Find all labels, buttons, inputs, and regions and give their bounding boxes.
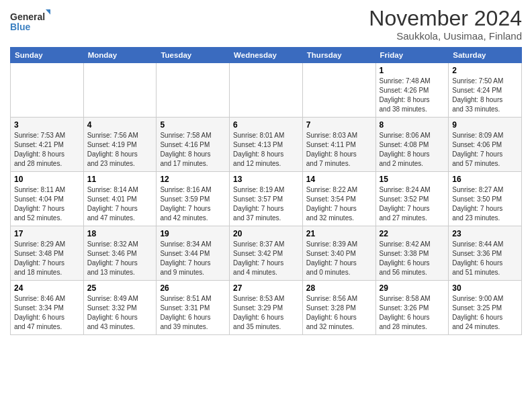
day-number: 20 — [233, 229, 299, 238]
calendar-cell: 19Sunrise: 8:34 AM Sunset: 3:44 PM Dayli… — [157, 226, 230, 281]
day-info: Sunrise: 8:51 AM Sunset: 3:31 PM Dayligh… — [160, 294, 226, 332]
day-info: Sunrise: 8:39 AM Sunset: 3:40 PM Dayligh… — [306, 240, 372, 277]
header-thursday: Thursday — [302, 48, 375, 63]
day-number: 29 — [380, 283, 445, 293]
logo-svg: General Blue — [10, 9, 50, 34]
day-number: 7 — [306, 120, 372, 130]
day-info: Sunrise: 8:37 AM Sunset: 3:42 PM Dayligh… — [233, 240, 299, 277]
calendar-cell: 9Sunrise: 8:09 AM Sunset: 4:06 PM Daylig… — [449, 118, 522, 172]
title-block: November 2024 Saukkola, Uusimaa, Finland — [369, 7, 522, 42]
header: General Blue November 2024 Saukkola, Uus… — [10, 7, 522, 42]
calendar-cell: 2Sunrise: 7:50 AM Sunset: 4:24 PM Daylig… — [449, 63, 522, 118]
week-row-0: 1Sunrise: 7:48 AM Sunset: 4:26 PM Daylig… — [11, 63, 522, 118]
header-monday: Monday — [83, 48, 157, 63]
day-number: 16 — [452, 175, 518, 184]
calendar-title: November 2024 — [369, 7, 522, 30]
day-info: Sunrise: 7:50 AM Sunset: 4:24 PM Dayligh… — [452, 77, 518, 114]
day-number: 24 — [14, 283, 80, 293]
day-info: Sunrise: 8:56 AM Sunset: 3:28 PM Dayligh… — [306, 294, 372, 332]
day-info: Sunrise: 8:03 AM Sunset: 4:11 PM Dayligh… — [306, 131, 372, 169]
svg-text:General: General — [10, 11, 45, 22]
week-row-2: 10Sunrise: 8:11 AM Sunset: 4:04 PM Dayli… — [11, 172, 522, 226]
calendar-cell: 11Sunrise: 8:14 AM Sunset: 4:01 PM Dayli… — [83, 172, 157, 226]
day-number: 18 — [87, 229, 153, 238]
calendar-cell: 3Sunrise: 7:53 AM Sunset: 4:21 PM Daylig… — [11, 118, 84, 172]
day-number: 17 — [14, 229, 80, 238]
calendar-table: Sunday Monday Tuesday Wednesday Thursday… — [10, 47, 522, 335]
day-info: Sunrise: 8:24 AM Sunset: 3:52 PM Dayligh… — [380, 185, 445, 223]
calendar-cell: 10Sunrise: 8:11 AM Sunset: 4:04 PM Dayli… — [11, 172, 84, 226]
day-number: 25 — [87, 283, 153, 293]
day-number: 12 — [160, 175, 226, 184]
calendar-cell: 26Sunrise: 8:51 AM Sunset: 3:31 PM Dayli… — [157, 281, 230, 335]
day-info: Sunrise: 8:58 AM Sunset: 3:26 PM Dayligh… — [380, 294, 445, 332]
day-number: 27 — [233, 283, 299, 293]
calendar-cell: 23Sunrise: 8:44 AM Sunset: 3:36 PM Dayli… — [449, 226, 522, 281]
day-number: 28 — [306, 283, 372, 293]
day-number: 8 — [380, 120, 445, 130]
day-info: Sunrise: 8:29 AM Sunset: 3:48 PM Dayligh… — [14, 240, 80, 277]
calendar-cell: 24Sunrise: 8:46 AM Sunset: 3:34 PM Dayli… — [11, 281, 84, 335]
calendar-cell: 12Sunrise: 8:16 AM Sunset: 3:59 PM Dayli… — [157, 172, 230, 226]
day-info: Sunrise: 8:53 AM Sunset: 3:29 PM Dayligh… — [233, 294, 299, 332]
day-info: Sunrise: 8:14 AM Sunset: 4:01 PM Dayligh… — [87, 185, 153, 223]
page: General Blue November 2024 Saukkola, Uus… — [0, 0, 532, 411]
day-number: 6 — [233, 120, 299, 130]
calendar-cell: 30Sunrise: 9:00 AM Sunset: 3:25 PM Dayli… — [449, 281, 522, 335]
calendar-cell: 15Sunrise: 8:24 AM Sunset: 3:52 PM Dayli… — [375, 172, 449, 226]
calendar-cell: 1Sunrise: 7:48 AM Sunset: 4:26 PM Daylig… — [375, 63, 449, 118]
day-info: Sunrise: 7:53 AM Sunset: 4:21 PM Dayligh… — [14, 131, 80, 169]
day-info: Sunrise: 8:19 AM Sunset: 3:57 PM Dayligh… — [233, 185, 299, 223]
calendar-cell — [11, 63, 84, 118]
day-number: 22 — [380, 229, 445, 238]
day-number: 21 — [306, 229, 372, 238]
calendar-cell — [230, 63, 303, 118]
week-row-1: 3Sunrise: 7:53 AM Sunset: 4:21 PM Daylig… — [11, 118, 522, 172]
day-info: Sunrise: 7:58 AM Sunset: 4:16 PM Dayligh… — [160, 131, 226, 169]
day-info: Sunrise: 8:11 AM Sunset: 4:04 PM Dayligh… — [14, 185, 80, 223]
day-info: Sunrise: 8:49 AM Sunset: 3:32 PM Dayligh… — [87, 294, 153, 332]
day-number: 4 — [87, 120, 153, 130]
calendar-cell — [157, 63, 230, 118]
calendar-cell: 5Sunrise: 7:58 AM Sunset: 4:16 PM Daylig… — [157, 118, 230, 172]
day-info: Sunrise: 9:00 AM Sunset: 3:25 PM Dayligh… — [452, 294, 518, 332]
day-number: 14 — [306, 175, 372, 184]
day-number: 19 — [160, 229, 226, 238]
day-info: Sunrise: 7:56 AM Sunset: 4:19 PM Dayligh… — [87, 131, 153, 169]
day-info: Sunrise: 8:44 AM Sunset: 3:36 PM Dayligh… — [452, 240, 518, 277]
header-wednesday: Wednesday — [230, 48, 303, 63]
svg-marker-2 — [46, 9, 50, 16]
week-row-4: 24Sunrise: 8:46 AM Sunset: 3:34 PM Dayli… — [11, 281, 522, 335]
calendar-cell: 7Sunrise: 8:03 AM Sunset: 4:11 PM Daylig… — [302, 118, 375, 172]
calendar-cell — [83, 63, 157, 118]
day-info: Sunrise: 8:06 AM Sunset: 4:08 PM Dayligh… — [380, 131, 445, 169]
day-number: 5 — [160, 120, 226, 130]
day-number: 13 — [233, 175, 299, 184]
calendar-cell: 22Sunrise: 8:42 AM Sunset: 3:38 PM Dayli… — [375, 226, 449, 281]
day-info: Sunrise: 8:42 AM Sunset: 3:38 PM Dayligh… — [380, 240, 445, 277]
day-number: 9 — [452, 120, 518, 130]
day-info: Sunrise: 8:16 AM Sunset: 3:59 PM Dayligh… — [160, 185, 226, 223]
day-info: Sunrise: 7:48 AM Sunset: 4:26 PM Dayligh… — [380, 77, 445, 114]
day-info: Sunrise: 8:34 AM Sunset: 3:44 PM Dayligh… — [160, 240, 226, 277]
day-number: 15 — [380, 175, 445, 184]
calendar-cell: 27Sunrise: 8:53 AM Sunset: 3:29 PM Dayli… — [230, 281, 303, 335]
day-number: 10 — [14, 175, 80, 184]
header-saturday: Saturday — [449, 48, 522, 63]
calendar-cell: 20Sunrise: 8:37 AM Sunset: 3:42 PM Dayli… — [230, 226, 303, 281]
calendar-cell: 4Sunrise: 7:56 AM Sunset: 4:19 PM Daylig… — [83, 118, 157, 172]
day-number: 11 — [87, 175, 153, 184]
week-row-3: 17Sunrise: 8:29 AM Sunset: 3:48 PM Dayli… — [11, 226, 522, 281]
day-info: Sunrise: 8:09 AM Sunset: 4:06 PM Dayligh… — [452, 131, 518, 169]
day-info: Sunrise: 8:32 AM Sunset: 3:46 PM Dayligh… — [87, 240, 153, 277]
calendar-cell — [302, 63, 375, 118]
calendar-cell: 18Sunrise: 8:32 AM Sunset: 3:46 PM Dayli… — [83, 226, 157, 281]
header-tuesday: Tuesday — [157, 48, 230, 63]
day-info: Sunrise: 8:22 AM Sunset: 3:54 PM Dayligh… — [306, 185, 372, 223]
calendar-cell: 25Sunrise: 8:49 AM Sunset: 3:32 PM Dayli… — [83, 281, 157, 335]
logo: General Blue — [10, 9, 50, 34]
day-info: Sunrise: 8:01 AM Sunset: 4:13 PM Dayligh… — [233, 131, 299, 169]
calendar-cell: 6Sunrise: 8:01 AM Sunset: 4:13 PM Daylig… — [230, 118, 303, 172]
calendar-cell: 13Sunrise: 8:19 AM Sunset: 3:57 PM Dayli… — [230, 172, 303, 226]
day-number: 26 — [160, 283, 226, 293]
